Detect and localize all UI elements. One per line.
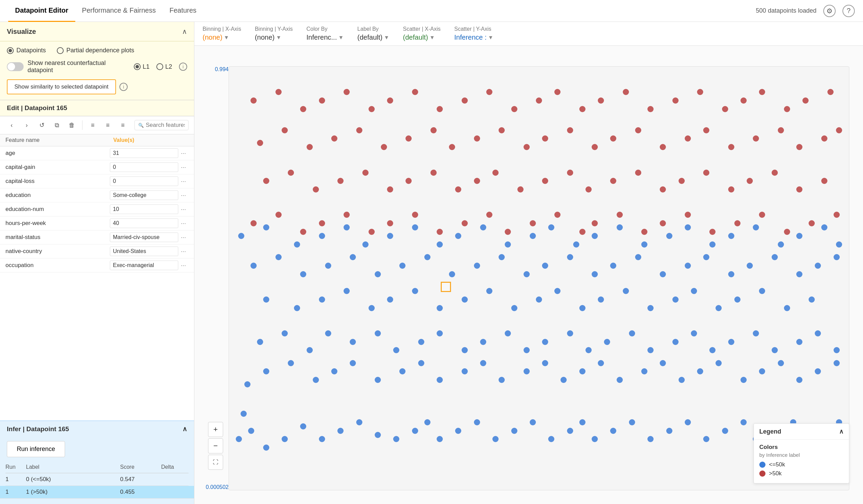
align-left-btn[interactable]: ≡ xyxy=(87,119,99,131)
scatter-dot-blue[interactable] xyxy=(319,436,325,442)
align-center-btn[interactable]: ≡ xyxy=(102,119,114,131)
scatter-dot-blue[interactable] xyxy=(294,242,300,248)
scatter-dot-blue[interactable] xyxy=(331,368,337,374)
scatter-dot-blue[interactable] xyxy=(567,254,573,260)
scatter-dot-red[interactable] xyxy=(554,212,561,218)
scatter-dot-blue[interactable] xyxy=(375,377,381,383)
scatter-dot-red[interactable] xyxy=(263,178,269,184)
tab-features[interactable]: Features xyxy=(163,0,203,22)
radio-partial-dependence[interactable]: Partial dependence plots xyxy=(57,47,134,54)
infer-collapse-btn[interactable]: ∧ xyxy=(183,425,187,433)
scatter-dot-red[interactable] xyxy=(623,89,629,95)
binning-x-value[interactable]: (none) ▼ xyxy=(203,34,241,41)
tab-datapoint-editor[interactable]: Datapoint Editor xyxy=(8,0,75,22)
scatter-dot-blue[interactable] xyxy=(809,296,815,302)
scatter-dot-blue[interactable] xyxy=(623,288,629,294)
scatter-dot-blue[interactable] xyxy=(815,262,821,269)
scatter-dot-blue[interactable] xyxy=(740,377,747,383)
search-input[interactable] xyxy=(146,122,185,129)
scatter-dot-blue[interactable] xyxy=(685,224,691,231)
feature-value-input[interactable] xyxy=(110,260,178,270)
feature-value-input[interactable] xyxy=(110,219,178,228)
scatter-dot-blue[interactable] xyxy=(244,381,250,387)
scatter-dot-red[interactable] xyxy=(282,127,288,133)
duplicate-btn[interactable]: ⧉ xyxy=(51,119,63,131)
scatter-dot-blue[interactable] xyxy=(592,271,598,277)
scatter-dot-blue[interactable] xyxy=(772,254,778,260)
scatter-dot-blue[interactable] xyxy=(375,330,381,336)
scatter-dot-blue[interactable] xyxy=(598,296,604,302)
scatter-dot-red[interactable] xyxy=(307,144,313,150)
scatter-dot-blue[interactable] xyxy=(542,339,548,345)
scatter-dot-blue[interactable] xyxy=(635,254,641,260)
counterfactual-toggle[interactable] xyxy=(7,62,24,71)
feature-value-input[interactable] xyxy=(110,191,178,200)
scatter-dot-red[interactable] xyxy=(542,135,548,142)
label-by-value[interactable]: (default) ▼ xyxy=(357,34,389,41)
scatter-dot-red[interactable] xyxy=(660,220,666,227)
scatter-dot-red[interactable] xyxy=(579,106,586,112)
scatter-dot-blue[interactable] xyxy=(617,224,623,231)
scatter-dot-blue[interactable] xyxy=(238,233,244,239)
scatter-dot-blue[interactable] xyxy=(579,368,586,374)
scatter-dot-blue[interactable] xyxy=(685,419,691,425)
scatter-dot-blue[interactable] xyxy=(796,377,802,383)
scatter-dot-blue[interactable] xyxy=(697,368,703,374)
color-by-value[interactable]: Inferenc... ▼ xyxy=(307,34,344,41)
scatter-dot-red[interactable] xyxy=(635,127,641,133)
scatter-dot-red[interactable] xyxy=(486,212,492,218)
scatter-dot-blue[interactable] xyxy=(834,254,840,260)
scatter-dot-blue[interactable] xyxy=(375,271,381,277)
scatter-dot-blue[interactable] xyxy=(499,377,505,383)
scatter-dot-blue[interactable] xyxy=(592,233,598,239)
scatter-dot-red[interactable] xyxy=(635,170,641,176)
scatter-dot-red[interactable] xyxy=(387,186,393,193)
scatter-dot-blue[interactable] xyxy=(567,428,573,434)
scatter-dot-blue[interactable] xyxy=(536,296,542,302)
scatter-dot-red[interactable] xyxy=(517,186,524,193)
scatter-dot-red[interactable] xyxy=(734,220,740,227)
scatter-dot-red[interactable] xyxy=(617,212,623,218)
scatter-dot-red[interactable] xyxy=(313,186,319,193)
scatter-dot-blue[interactable] xyxy=(728,339,734,345)
scatter-dot-red[interactable] xyxy=(462,220,468,227)
scatter-dot-blue[interactable] xyxy=(685,262,691,269)
scatter-dot-blue[interactable] xyxy=(592,436,598,442)
scatter-dot-red[interactable] xyxy=(530,220,536,227)
scatter-dot-blue[interactable] xyxy=(715,305,722,311)
scatter-dot-red[interactable] xyxy=(319,98,325,104)
scatter-dot-blue[interactable] xyxy=(722,428,728,434)
scatter-dot-red[interactable] xyxy=(809,220,815,227)
scatter-dot-blue[interactable] xyxy=(586,347,592,353)
scatter-dot-red[interactable] xyxy=(647,106,653,112)
scatter-dot-red[interactable] xyxy=(685,212,691,218)
scatter-dot-red[interactable] xyxy=(536,98,542,104)
scatter-dot-red[interactable] xyxy=(319,220,325,227)
scatter-dot-blue[interactable] xyxy=(740,419,747,425)
scatter-dot-blue[interactable] xyxy=(579,305,586,311)
scatter-dot-red[interactable] xyxy=(412,89,418,95)
scatter-dot-red[interactable] xyxy=(381,144,387,150)
scatter-dot-blue[interactable] xyxy=(703,436,709,442)
scatter-dot-red[interactable] xyxy=(554,89,561,95)
scatter-dot-blue[interactable] xyxy=(641,368,647,374)
scatter-dot-blue[interactable] xyxy=(257,339,263,345)
legend-collapse-btn[interactable]: ∧ xyxy=(839,428,843,435)
scatter-dot-blue[interactable] xyxy=(313,377,319,383)
scatter-dot-red[interactable] xyxy=(250,98,257,104)
scatter-dot-red[interactable] xyxy=(387,220,393,227)
scatter-dot-red[interactable] xyxy=(678,178,685,184)
scatter-dot-red[interactable] xyxy=(343,89,350,95)
feature-more-btn[interactable]: ··· xyxy=(178,248,189,255)
scatter-dot-blue[interactable] xyxy=(319,296,325,302)
scatter-dot-red[interactable] xyxy=(740,98,747,104)
scatter-dot-red[interactable] xyxy=(728,144,734,150)
scatter-dot-blue[interactable] xyxy=(437,330,443,336)
scatter-dot-blue[interactable] xyxy=(511,305,517,311)
scatter-dot-red[interactable] xyxy=(524,144,530,150)
feature-value-input[interactable] xyxy=(110,163,178,172)
scatter-dot-blue[interactable] xyxy=(728,233,734,239)
scatter-dot-blue[interactable] xyxy=(375,432,381,438)
scatter-dot-blue[interactable] xyxy=(356,419,362,425)
scatter-dot-blue[interactable] xyxy=(524,368,530,374)
